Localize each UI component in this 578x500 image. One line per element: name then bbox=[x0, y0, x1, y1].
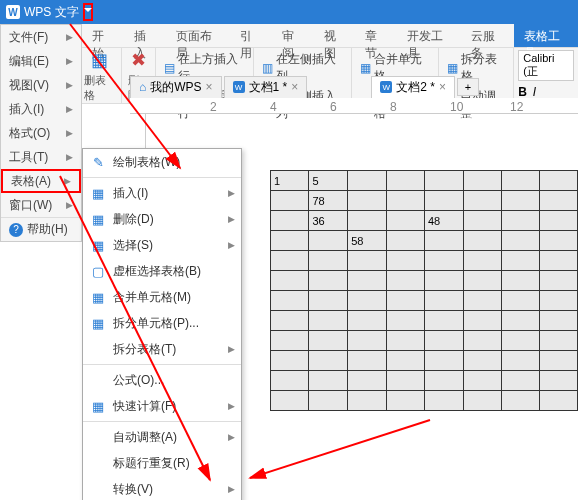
app-title: WPS 文字 bbox=[24, 4, 79, 21]
submenu-autofit[interactable]: 自动调整(A)▶ bbox=[83, 424, 241, 450]
menu-insert[interactable]: 插入 bbox=[124, 24, 166, 47]
splitcell-icon: ▦ bbox=[89, 315, 107, 331]
menu-view[interactable]: 视图 bbox=[314, 24, 356, 47]
calc-icon: ▦ bbox=[89, 398, 107, 414]
menu-start[interactable]: 开始 bbox=[82, 24, 124, 47]
font-select[interactable]: Calibri (正 bbox=[518, 50, 574, 81]
split-table-icon: ▦ bbox=[447, 61, 458, 75]
submenu-splitcell[interactable]: ▦拆分单元格(P)... bbox=[83, 310, 241, 336]
classic-menu: 文件(F)▶ 编辑(E)▶ 视图(V)▶ 插入(I)▶ 格式(O)▶ 工具(T)… bbox=[0, 24, 82, 242]
doc-icon: W bbox=[233, 81, 245, 93]
title-bar: W WPS 文字 bbox=[0, 0, 578, 24]
delete-icon2: ▦ bbox=[89, 211, 107, 227]
table-row bbox=[271, 391, 578, 411]
table-icon: ▦ bbox=[91, 49, 108, 71]
menu-table[interactable]: 表格(A)▶ bbox=[1, 169, 81, 193]
bold-button[interactable]: B bbox=[518, 85, 527, 99]
menubar: 开始 插入 页面布局 引用 审阅 视图 章节 开发工具 云服务 表格工具 bbox=[0, 24, 578, 48]
table-row bbox=[271, 251, 578, 271]
tab-doc2[interactable]: W文档2 *× bbox=[371, 76, 455, 99]
table-row bbox=[271, 271, 578, 291]
doc-icon: W bbox=[380, 81, 392, 93]
table-row bbox=[271, 311, 578, 331]
title-dropdown[interactable] bbox=[83, 3, 93, 21]
row-above-icon: ▤ bbox=[164, 61, 175, 75]
table-submenu: ✎绘制表格(W) ▦插入(I)▶ ▦删除(D)▶ ▦选择(S)▶ ▢虚框选择表格… bbox=[82, 148, 242, 500]
submenu-merge[interactable]: ▦合并单元格(M) bbox=[83, 284, 241, 310]
merge-icon: ▦ bbox=[360, 61, 371, 75]
delete-icon: ✖ bbox=[131, 49, 146, 71]
menu-tool[interactable]: 工具(T)▶ bbox=[1, 145, 81, 169]
merge-icon2: ▦ bbox=[89, 289, 107, 305]
menu-help[interactable]: ?帮助(H) bbox=[1, 217, 81, 241]
table-row bbox=[271, 371, 578, 391]
table-row: 3648 bbox=[271, 211, 578, 231]
home-icon: ⌂ bbox=[139, 80, 146, 94]
insert-icon: ▦ bbox=[89, 185, 107, 201]
menu-insert2[interactable]: 插入(I)▶ bbox=[1, 97, 81, 121]
menu-window[interactable]: 窗口(W)▶ bbox=[1, 193, 81, 217]
close-icon[interactable]: × bbox=[291, 80, 298, 94]
dashborder-icon: ▢ bbox=[89, 263, 107, 279]
tab-doc1[interactable]: W文档1 *× bbox=[224, 76, 308, 99]
submenu-formula[interactable]: 公式(O)... bbox=[83, 367, 241, 393]
menu-layout[interactable]: 页面布局 bbox=[166, 24, 230, 47]
menu-edit[interactable]: 编辑(E)▶ bbox=[1, 49, 81, 73]
table-row: 58 bbox=[271, 231, 578, 251]
menu-cloud[interactable]: 云服务 bbox=[461, 24, 514, 47]
table-row: 78 bbox=[271, 191, 578, 211]
menu-section[interactable]: 章节 bbox=[355, 24, 397, 47]
tab-home[interactable]: ⌂我的WPS× bbox=[130, 76, 222, 99]
table-row bbox=[271, 291, 578, 311]
table-row bbox=[271, 331, 578, 351]
horizontal-ruler: 24681012 bbox=[130, 98, 578, 114]
close-icon[interactable]: × bbox=[439, 80, 446, 94]
close-icon[interactable]: × bbox=[206, 80, 213, 94]
submenu-convert[interactable]: 转换(V)▶ bbox=[83, 476, 241, 500]
submenu-insert[interactable]: ▦插入(I)▶ bbox=[83, 180, 241, 206]
submenu-dashborder[interactable]: ▢虚框选择表格(B) bbox=[83, 258, 241, 284]
menu-format[interactable]: 格式(O)▶ bbox=[1, 121, 81, 145]
tab-add[interactable]: + bbox=[457, 78, 479, 96]
submenu-splittable[interactable]: 拆分表格(T)▶ bbox=[83, 336, 241, 362]
menu-tabletools[interactable]: 表格工具 bbox=[514, 24, 578, 47]
menu-ref[interactable]: 引用 bbox=[230, 24, 272, 47]
submenu-draw[interactable]: ✎绘制表格(W) bbox=[83, 149, 241, 175]
menu-dev[interactable]: 开发工具 bbox=[397, 24, 461, 47]
app-icon: W bbox=[6, 5, 20, 19]
table-row bbox=[271, 351, 578, 371]
pencil-icon: ✎ bbox=[89, 154, 107, 170]
italic-button[interactable]: I bbox=[533, 85, 536, 99]
submenu-titlerepeat[interactable]: 标题行重复(R) bbox=[83, 450, 241, 476]
table-row: 15 bbox=[271, 171, 578, 191]
submenu-select[interactable]: ▦选择(S)▶ bbox=[83, 232, 241, 258]
menu-file[interactable]: 文件(F)▶ bbox=[1, 25, 81, 49]
menu-view2[interactable]: 视图(V)▶ bbox=[1, 73, 81, 97]
submenu-quickcalc[interactable]: ▦快速计算(F)▶ bbox=[83, 393, 241, 419]
document-tabs: ⌂我的WPS× W文档1 *× W文档2 *× + bbox=[130, 76, 479, 98]
submenu-delete[interactable]: ▦删除(D)▶ bbox=[83, 206, 241, 232]
help-icon: ? bbox=[9, 223, 23, 237]
col-left-icon: ▥ bbox=[262, 61, 273, 75]
select-icon: ▦ bbox=[89, 237, 107, 253]
menu-review[interactable]: 审阅 bbox=[272, 24, 314, 47]
data-table[interactable]: 15 78 3648 58 bbox=[270, 170, 578, 411]
ribbon-del-table[interactable]: ▦ 删表格 bbox=[78, 48, 122, 103]
